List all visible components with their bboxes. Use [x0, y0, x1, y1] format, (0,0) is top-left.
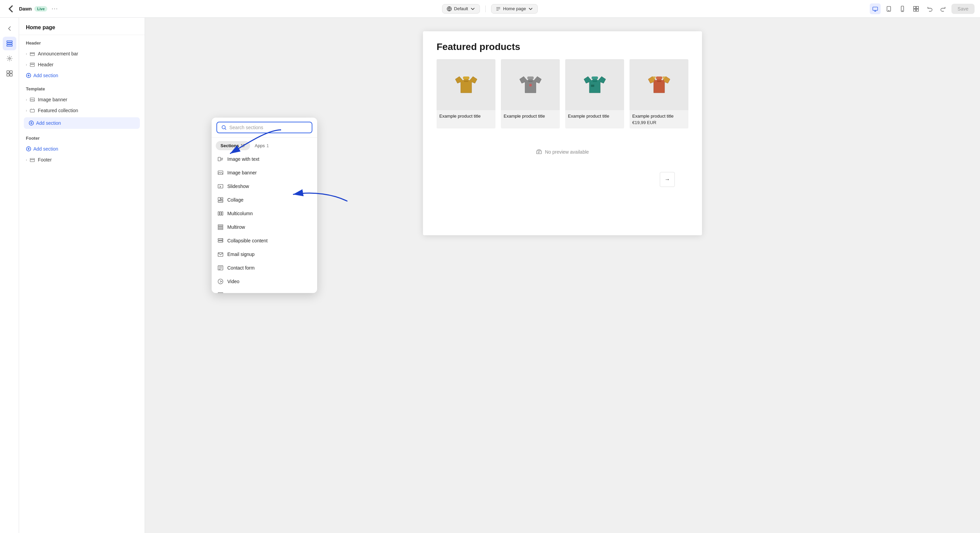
- sidebar-item-label: Footer: [38, 157, 51, 162]
- sidebar-item-featured-collection[interactable]: › Featured collection: [19, 105, 145, 116]
- chevron-icon: ›: [26, 52, 27, 56]
- chevron-icon: ›: [26, 63, 27, 67]
- header-section-label: Header: [19, 35, 145, 48]
- section-item-label: Collage: [227, 197, 243, 203]
- section-item-image-banner[interactable]: Image banner: [212, 166, 317, 179]
- next-arrow-button[interactable]: →: [660, 172, 675, 187]
- svg-point-43: [529, 84, 532, 87]
- svg-rect-53: [537, 151, 541, 154]
- svg-rect-9: [916, 9, 918, 11]
- product-image: [437, 59, 495, 110]
- sidebar-item-image-banner[interactable]: › Image banner: [19, 94, 145, 105]
- no-preview-icon: [536, 149, 542, 155]
- section-item-label: Slideshow: [227, 184, 249, 189]
- sidebar-sections-icon[interactable]: [3, 37, 16, 50]
- svg-rect-68: [221, 200, 223, 201]
- add-section-label: Add section: [33, 146, 58, 152]
- template-add-section-button[interactable]: Add section: [24, 117, 140, 129]
- svg-rect-12: [7, 45, 12, 46]
- sidebar-title: Home page: [19, 17, 145, 35]
- undo-button[interactable]: [924, 3, 935, 14]
- sections-tab[interactable]: Sections 17: [216, 141, 250, 150]
- section-item-multirow[interactable]: Multirow: [212, 220, 317, 234]
- app-name: Dawn: [19, 6, 32, 11]
- section-item-label: Multirow: [227, 224, 245, 230]
- sidebar-item-header[interactable]: › Header: [19, 59, 145, 70]
- section-item-label: Contact form: [227, 265, 255, 271]
- layout: Home page Header › Announcement bar › He…: [0, 17, 980, 533]
- tablet-view-button[interactable]: [883, 3, 894, 14]
- no-preview-label: No preview available: [545, 149, 589, 155]
- back-button[interactable]: [5, 3, 16, 14]
- section-item-multicolumn[interactable]: Multicolumn: [212, 207, 317, 220]
- collage-icon: [217, 197, 224, 203]
- section-item-collapsible-content[interactable]: Collapsible content: [212, 234, 317, 247]
- no-preview-section: No preview available: [423, 139, 702, 165]
- apps-tab-label: Apps: [255, 143, 265, 148]
- section-item-collage[interactable]: Collage: [212, 193, 317, 207]
- sidebar-icons: [0, 17, 19, 533]
- svg-rect-36: [30, 159, 35, 159]
- tshirt-icon: [646, 71, 673, 98]
- mobile-view-button[interactable]: [897, 3, 908, 14]
- chevron-icon: ›: [26, 158, 27, 162]
- header-add-section-button[interactable]: Add section: [19, 70, 145, 81]
- slideshow-icon: [217, 183, 224, 190]
- product-title: Example product title: [504, 114, 557, 119]
- search-input[interactable]: [229, 125, 308, 130]
- sidebar-item-label: Header: [38, 62, 53, 67]
- svg-rect-15: [10, 71, 12, 73]
- redo-button[interactable]: [938, 3, 949, 14]
- section-item-blog-posts[interactable]: Blog posts: [212, 288, 317, 293]
- more-button[interactable]: ···: [50, 4, 60, 14]
- product-info: Example product title €19,99 EUR: [630, 110, 688, 128]
- svg-rect-66: [221, 197, 223, 199]
- section-item-image-with-text[interactable]: Image with text: [212, 152, 317, 166]
- sections-tab-label: Sections: [221, 143, 239, 148]
- video-icon: [217, 278, 224, 285]
- tshirt-icon: [517, 71, 544, 98]
- search-input-wrap: [216, 122, 312, 133]
- sidebar-item-footer[interactable]: › Footer: [19, 154, 145, 165]
- section-item-label: Collapsible content: [227, 238, 267, 243]
- svg-rect-73: [218, 226, 223, 228]
- sidebar-back-icon[interactable]: [3, 22, 16, 35]
- search-icon: [221, 125, 227, 130]
- page-selector[interactable]: Home page: [491, 4, 538, 14]
- collapsible-icon: [217, 237, 224, 244]
- desktop-view-button[interactable]: [870, 3, 881, 14]
- svg-rect-54: [538, 149, 540, 151]
- section-item-label: Email signup: [227, 252, 255, 257]
- svg-rect-14: [7, 71, 9, 73]
- product-title: Example product title: [568, 114, 621, 119]
- apps-tab[interactable]: Apps 1: [250, 141, 274, 150]
- footer-section-label: Footer: [19, 130, 145, 143]
- svg-rect-71: [222, 212, 223, 216]
- save-button[interactable]: Save: [951, 4, 975, 14]
- grid-view-button[interactable]: [911, 3, 921, 14]
- section-item-contact-form[interactable]: Contact form: [212, 261, 317, 274]
- preview-area: Featured products Example product title: [145, 17, 980, 533]
- footer-add-section-button[interactable]: Add section: [19, 143, 145, 154]
- svg-rect-17: [10, 74, 12, 76]
- sidebar-blocks-icon[interactable]: [3, 67, 16, 80]
- theme-selector[interactable]: Default: [442, 4, 480, 14]
- section-item-video[interactable]: Video: [212, 274, 317, 288]
- sidebar-item-announcement-bar[interactable]: › Announcement bar: [19, 48, 145, 59]
- sidebar-settings-icon[interactable]: [3, 52, 16, 65]
- svg-rect-38: [463, 76, 469, 79]
- page-preview: Featured products Example product title: [423, 31, 702, 235]
- apps-tab-count: 1: [266, 143, 269, 148]
- svg-rect-69: [218, 212, 220, 216]
- search-box: [212, 117, 317, 138]
- product-title: Example product title: [632, 114, 686, 119]
- product-image: [501, 59, 560, 110]
- product-info: Example product title: [565, 110, 624, 124]
- sidebar-item-label: Image banner: [38, 97, 67, 102]
- svg-rect-72: [218, 225, 223, 226]
- theme-name: Default: [454, 6, 468, 11]
- product-info: Example product title: [501, 110, 560, 124]
- section-item-email-signup[interactable]: Email signup: [212, 247, 317, 261]
- section-item-slideshow[interactable]: Slideshow: [212, 179, 317, 193]
- svg-rect-18: [30, 53, 35, 53]
